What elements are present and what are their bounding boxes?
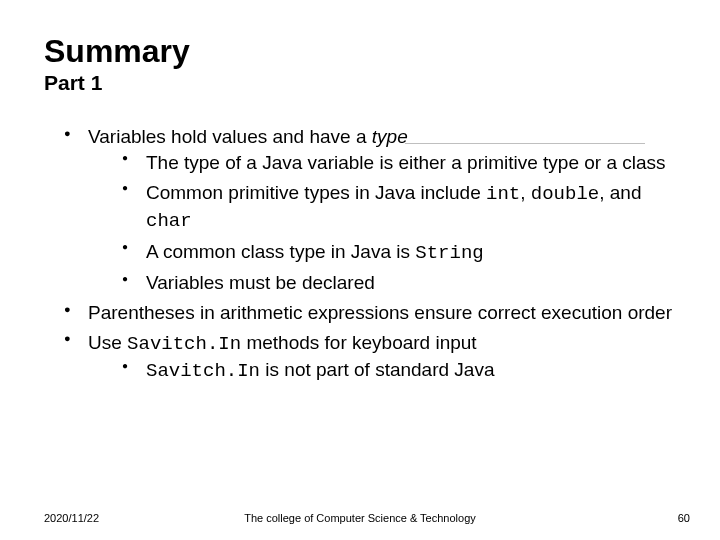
text: , and: [599, 182, 641, 203]
text: Variables hold values and have a: [88, 126, 372, 147]
text: is not part of standard Java: [260, 359, 494, 380]
code: String: [415, 242, 483, 264]
text: Use: [88, 332, 127, 353]
page-number: 60: [678, 512, 690, 524]
slide-subtitle: Part 1: [44, 71, 676, 94]
code: Savitch.In: [146, 360, 260, 382]
list-item: Use Savitch.In methods for keyboard inpu…: [64, 330, 676, 385]
text: The type of a Java variable is either a …: [146, 152, 666, 173]
list-item: Savitch.In is not part of standard Java: [122, 357, 676, 385]
list-item: A common class type in Java is String: [122, 239, 676, 267]
code: Savitch.In: [127, 333, 241, 355]
code: char: [146, 210, 192, 232]
text: methods for keyboard input: [241, 332, 477, 353]
text: A common class type in Java is: [146, 241, 415, 262]
list-item: The type of a Java variable is either a …: [122, 150, 676, 176]
list-item: Parentheses in arithmetic expressions en…: [64, 300, 676, 326]
text: Common primitive types in Java include: [146, 182, 486, 203]
body-list: Variables hold values and have a type Th…: [44, 124, 676, 385]
code: int: [486, 183, 520, 205]
text: ,: [520, 182, 531, 203]
text: Variables must be declared: [146, 272, 375, 293]
list-item: Variables hold values and have a type Th…: [64, 124, 676, 296]
slide-title: Summary: [44, 34, 676, 69]
code: double: [531, 183, 599, 205]
list-item: Common primitive types in Java include i…: [122, 180, 676, 235]
emph-text: type: [372, 126, 408, 147]
slide: Summary Part 1 Variables hold values and…: [0, 0, 720, 540]
footer-center: The college of Computer Science & Techno…: [0, 512, 720, 524]
list-item: Variables must be declared: [122, 270, 676, 296]
text: Parentheses in arithmetic expressions en…: [88, 302, 672, 323]
